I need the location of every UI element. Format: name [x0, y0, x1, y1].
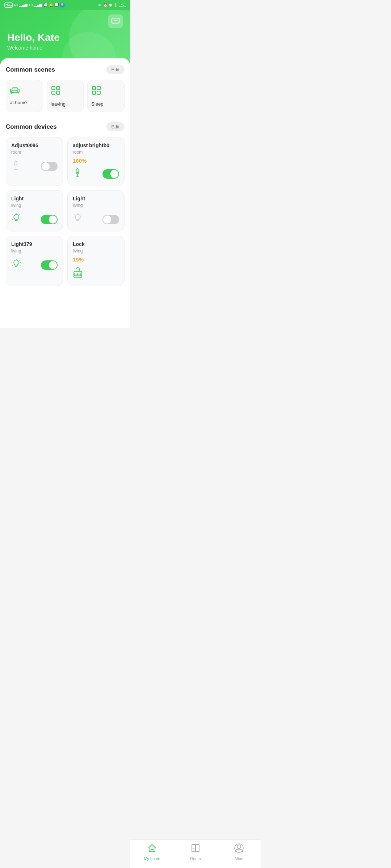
svg-line-47: [12, 265, 13, 266]
devices-title: Common devices: [6, 123, 57, 131]
scenes-section-header: Common scenes Edit: [6, 65, 125, 74]
toggle-adjust-bright[interactable]: [102, 169, 119, 179]
svg-rect-13: [56, 91, 60, 94]
chat-icon: [112, 18, 119, 25]
device-brightness-adjust-bright: 100%: [73, 158, 119, 164]
svg-rect-12: [52, 91, 55, 94]
toggle-light-2[interactable]: [102, 215, 119, 224]
device-card-adjust0095[interactable]: Adjust0095 room: [6, 137, 63, 186]
time-display: 1:51: [119, 3, 126, 7]
svg-line-27: [13, 214, 13, 215]
scene-card-at-home[interactable]: at home: [6, 80, 43, 112]
svg-rect-16: [92, 91, 96, 94]
svg-line-44: [20, 260, 20, 261]
device-name-adjust-bright: adjust brightb0: [73, 142, 119, 148]
device-card-light-1[interactable]: Light living: [6, 190, 63, 231]
svg-rect-10: [52, 86, 55, 90]
bluetooth-icon: ✱: [109, 3, 112, 7]
device-name-light-2: Light: [73, 196, 119, 201]
svg-line-37: [81, 214, 82, 215]
main-content: Common scenes Edit at home: [0, 58, 130, 328]
device-card-light-2[interactable]: Light living: [67, 190, 125, 231]
lamp-icon-adjust0095: [11, 160, 21, 173]
svg-rect-11: [56, 86, 60, 90]
toggle-line-light379: [55, 263, 55, 267]
battery-icon: 🔋: [113, 3, 118, 7]
blue-icon: 💡: [60, 3, 65, 8]
device-card-lock[interactable]: Lock living 19%: [67, 236, 125, 286]
signal-bars-1: ▂▄▆: [19, 3, 28, 7]
device-name-light-1: Light: [11, 196, 58, 201]
eye-icon: 👁: [98, 3, 102, 7]
toggle-line-light-1: [55, 218, 55, 221]
wechat-icon: 💬: [43, 3, 48, 7]
scenes-edit-button[interactable]: Edit: [106, 65, 125, 74]
bell-icon: 🔔: [49, 3, 53, 7]
bulb-icon-light-2: [73, 213, 83, 226]
svg-line-43: [13, 260, 13, 261]
svg-rect-49: [74, 271, 82, 278]
header-top: [7, 14, 123, 28]
alarm-icon: ⏰: [103, 3, 108, 7]
sofa-icon: [10, 85, 20, 96]
svg-rect-17: [97, 91, 100, 94]
signal-bars-2: ▂▄▆: [34, 3, 42, 7]
svg-point-2: [115, 20, 116, 21]
svg-line-28: [20, 214, 20, 215]
svg-point-24: [14, 214, 19, 220]
status-hd: HD2: [4, 3, 13, 8]
scenes-title: Common scenes: [6, 66, 55, 73]
toggle-light-1[interactable]: [41, 215, 58, 224]
svg-line-36: [74, 214, 75, 215]
device-name-light379: Light379: [11, 241, 58, 247]
toggle-knob-light-1: [49, 216, 57, 224]
lock-icon: [73, 266, 83, 281]
svg-point-33: [75, 214, 80, 220]
scene-label-leaving: leaving: [51, 101, 66, 107]
status-bar: HD2 4G ▂▄▆ 4G ▂▄▆ 💬 🔔 💭 💡 👁 ⏰ ✱ 🔋 1:51: [0, 0, 130, 10]
greeting-subtitle: Welcome home: [7, 45, 123, 51]
device-name-adjust0095: Adjust0095: [11, 142, 58, 148]
device-room-light379: living: [11, 248, 58, 254]
lamp-icon-adjust-bright: [73, 167, 82, 180]
bulb-icon-light379: [11, 259, 21, 272]
device-bottom-adjust-bright: [73, 167, 119, 180]
svg-rect-7: [18, 89, 19, 93]
svg-point-40: [14, 260, 19, 265]
svg-rect-18: [15, 165, 17, 166]
grid-icon-sleep: [91, 85, 101, 98]
grid-icon-leaving: [51, 85, 61, 98]
toggle-knob-adjust-bright: [110, 170, 118, 178]
devices-edit-button[interactable]: Edit: [106, 122, 125, 131]
devices-section-header: Common devices Edit: [6, 122, 125, 131]
msg-icon: 💭: [54, 3, 59, 7]
svg-line-32: [20, 220, 21, 220]
toggle-line-adjust0095: [43, 165, 44, 168]
scene-label-at-home: at home: [10, 100, 27, 105]
header: Hello, Kate Welcome home: [0, 10, 130, 65]
svg-rect-0: [112, 18, 119, 23]
svg-rect-21: [76, 173, 79, 174]
scene-label-sleep: Sleep: [91, 101, 103, 107]
svg-point-3: [117, 20, 118, 21]
scene-card-sleep[interactable]: Sleep: [87, 80, 125, 112]
device-card-light379[interactable]: Light379 living: [6, 236, 63, 286]
scenes-row: at home leaving: [6, 80, 125, 112]
device-bottom-light379: [11, 259, 58, 272]
device-room-lock: living: [73, 248, 119, 254]
toggle-adjust0095[interactable]: [41, 162, 58, 171]
device-card-adjust-bright[interactable]: adjust brightb0 room 100%: [67, 137, 125, 186]
toggle-light379[interactable]: [41, 260, 58, 270]
svg-line-31: [12, 220, 13, 220]
toggle-line-light-2: [105, 218, 105, 221]
chat-button[interactable]: [108, 14, 123, 28]
device-room-light-2: living: [73, 203, 119, 208]
bulb-icon-light-1: [11, 213, 21, 226]
device-bottom-lock: [73, 266, 119, 281]
status-4g-2: 4G: [29, 3, 33, 7]
device-bottom-adjust0095: [11, 160, 58, 173]
device-bottom-light-2: [73, 213, 119, 226]
scene-card-leaving[interactable]: leaving: [47, 80, 84, 112]
svg-point-1: [114, 20, 115, 21]
svg-rect-14: [92, 86, 96, 90]
